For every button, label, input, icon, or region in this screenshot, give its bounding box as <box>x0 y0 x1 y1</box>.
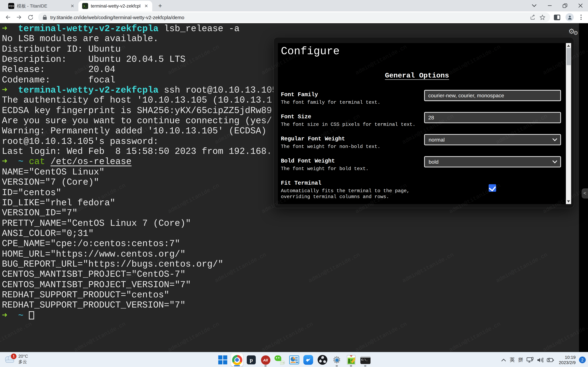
terminal-line: CENTOS_MANTISBT_PROJECT_VERSION="7" <box>2 280 277 290</box>
web-terminal-page: ➜ terminal-wetty-v2-zekfcpla lsb_release… <box>0 23 588 352</box>
terminal-cursor <box>29 311 34 319</box>
regular-font-weight-select[interactable]: normal <box>424 134 561 145</box>
terminal-line: root@10.10.13.105's password: <box>2 136 277 147</box>
terminal-line: ➜ terminal-wetty-v2-zekfcpla lsb_release… <box>2 24 277 34</box>
wechat-icon <box>275 355 281 361</box>
tab-search-icon[interactable] <box>527 0 542 11</box>
field-description: Automatically fits the terminal to the p… <box>281 188 559 200</box>
configure-dialog-body: Configure General Options Font FamilyThe… <box>278 43 571 204</box>
obs-studio-icon <box>318 355 327 365</box>
terminal-line: ➜ ~ <box>2 310 277 321</box>
taskbar-clock[interactable]: 10:19 2023/2/9 <box>559 355 576 365</box>
terminal-line: The authenticity of host '10.10.13.105 (… <box>2 95 277 106</box>
obs-studio-taskbar-icon[interactable] <box>317 353 329 367</box>
watermark-text: admin@titanide.cn <box>0 321 33 352</box>
new-tab-button[interactable]: + <box>155 1 165 11</box>
windows-start-icon <box>218 355 222 359</box>
terminal-settings-gear-icon[interactable]: ⚙⚙ <box>568 28 578 35</box>
windows-start-taskbar-icon[interactable] <box>217 353 229 367</box>
notification-count-badge[interactable]: 2 <box>579 357 586 363</box>
weather-condition: 多云 <box>18 359 28 364</box>
notepad-plus-taskbar-icon[interactable] <box>345 353 357 367</box>
close-tab-icon[interactable]: ✕ <box>69 3 76 9</box>
windows-taskbar: 1 20°C 多云 pAll⚙C:\_ 英 拼 <box>0 352 588 367</box>
watermark-text: admin@titanide.cn <box>307 252 361 284</box>
display-cast-icon[interactable] <box>527 357 534 363</box>
ime-english-indicator[interactable]: 英 <box>510 357 515 363</box>
dialog-scrollbar[interactable] <box>566 43 571 204</box>
chrome-taskbar-icon[interactable] <box>231 353 243 367</box>
tab-terminal-wetty[interactable]: ❯_ terminal-wetty-v2-zekfcpla - T ✕ <box>78 1 152 11</box>
fit-terminal-checkbox[interactable] <box>489 184 496 192</box>
battery-plugged-icon[interactable] <box>547 357 554 363</box>
tray-date: 2023/2/9 <box>559 360 576 365</box>
url-text[interactable]: try.titanide.cn/ide/web/coding/terminal-… <box>50 14 527 20</box>
scrollbar-thumb[interactable] <box>567 48 571 65</box>
obs-studio-icon <box>319 359 322 363</box>
forward-icon[interactable] <box>14 12 24 22</box>
screenshot-tool-taskbar-icon[interactable] <box>288 353 300 367</box>
wechat-icon <box>283 362 284 363</box>
scroll-down-icon[interactable] <box>567 200 570 203</box>
config-field-font-size: Font SizeThe font size in CSS pixels for… <box>281 114 559 136</box>
terminal-line: No LSB modules are available. <box>2 34 277 44</box>
wechat-taskbar-icon[interactable] <box>274 353 286 367</box>
reload-icon[interactable] <box>26 12 35 22</box>
notepad-plus-icon <box>348 359 350 363</box>
back-icon[interactable] <box>3 12 13 22</box>
watermark-text: admin@titanide.cn <box>401 252 455 284</box>
watermark-text: admin@titanide.cn <box>167 321 221 352</box>
dialog-fields: Font FamilyThe font family for terminal … <box>278 43 571 204</box>
address-bar[interactable]: try.titanide.cn/ide/web/coding/terminal-… <box>38 12 550 22</box>
close-window-button[interactable] <box>573 0 588 11</box>
notepad-plus-icon <box>350 355 352 357</box>
selected-value: normal <box>429 137 445 143</box>
obs-studio-icon <box>321 356 324 359</box>
close-tab-icon[interactable]: ✕ <box>143 3 149 9</box>
taskbar-weather-widget[interactable]: 1 20°C 多云 <box>4 354 28 364</box>
terminal-output[interactable]: ➜ terminal-wetty-v2-zekfcpla lsb_release… <box>2 24 277 321</box>
side-panel-icon[interactable] <box>554 14 560 20</box>
terminal-line: VERSION_ID="7" <box>2 208 277 218</box>
ime-pinyin-indicator[interactable]: 拼 <box>518 357 523 363</box>
dingtalk-taskbar-icon[interactable] <box>302 353 314 367</box>
screenshot-tool-icon <box>290 362 295 363</box>
right-gutter <box>579 23 588 352</box>
wechat-icon <box>278 357 279 359</box>
tab-title: terminal-wetty-v2-zekfcpla - T <box>91 3 141 9</box>
browser-menu-icon[interactable] <box>578 14 584 21</box>
bookmark-star-icon[interactable] <box>539 14 546 20</box>
profile-avatar[interactable] <box>565 13 574 21</box>
lock-icon <box>43 15 47 20</box>
screenshot-tool-icon <box>289 355 299 364</box>
volume-icon[interactable] <box>537 357 544 363</box>
picpick-taskbar-icon[interactable]: p <box>245 353 257 367</box>
restore-button[interactable] <box>557 0 573 11</box>
settings-icon: ⚙ <box>332 355 342 365</box>
screenshot-tool-icon <box>290 357 295 361</box>
bold-font-weight-select[interactable]: bold <box>424 156 561 167</box>
dingtalk-icon <box>303 355 313 365</box>
collapse-panel-handle[interactable]: < <box>582 188 588 199</box>
share-icon[interactable] <box>530 14 536 20</box>
alist-taskbar-icon[interactable]: All <box>259 353 271 367</box>
minimize-button[interactable] <box>542 0 557 11</box>
settings-taskbar-icon[interactable]: ⚙ <box>331 353 343 367</box>
terminal-line: BUG_REPORT_URL="https://bugs.centos.org/… <box>2 259 277 269</box>
terminal-line: ➜ terminal-wetty-v2-zekfcpla ssh root@10… <box>2 85 277 95</box>
scroll-up-icon[interactable] <box>567 45 570 47</box>
terminal-favicon: ❯_ <box>82 3 88 9</box>
watermark-text: admin@titanide.cn <box>448 321 502 352</box>
font-size-input[interactable] <box>424 112 561 123</box>
terminal-line: ➜ ~ cat /etc/os-release <box>2 157 277 167</box>
cmd-terminal-taskbar-icon[interactable]: C:\_ <box>359 353 371 367</box>
terminal-line: REDHAT_SUPPORT_PRODUCT_VERSION="7" <box>2 300 277 310</box>
hidden-icons-chevron-icon[interactable] <box>501 358 506 362</box>
wechat-icon <box>281 362 282 363</box>
tab-titanide[interactable]: <t> 模板 - TitanIDE ✕ <box>4 1 78 11</box>
font-family-input[interactable] <box>424 90 561 101</box>
config-field-font-family: Font FamilyThe font family for terminal … <box>281 92 559 114</box>
picpick-icon: p <box>247 355 256 364</box>
wechat-icon <box>280 361 285 365</box>
terminal-line: NAME="CentOS Linux" <box>2 167 277 177</box>
